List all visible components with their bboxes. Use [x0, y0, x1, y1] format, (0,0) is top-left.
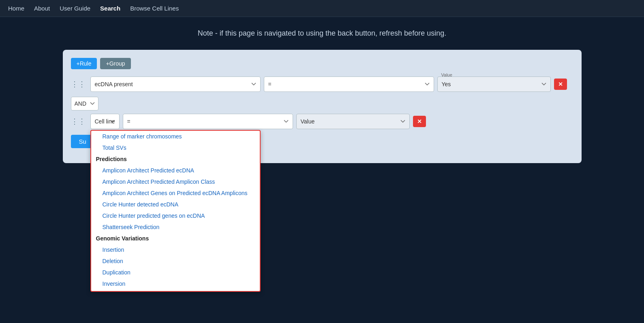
add-rule-button[interactable]: +Rule — [71, 58, 97, 69]
rule1-field-select[interactable]: ecDNA present — [90, 76, 261, 92]
nav-home[interactable]: Home — [8, 5, 24, 12]
dropdown-item-deletion[interactable]: Deletion — [91, 255, 260, 267]
rule1-delete-button[interactable]: ✕ — [554, 79, 567, 90]
nav-browse-cell-lines[interactable]: Browse Cell Lines — [130, 5, 179, 12]
page-content: Note - if this page is navigated to usin… — [0, 17, 644, 171]
nav-search[interactable]: Search — [100, 5, 120, 12]
dropdown-item-ch-genes[interactable]: Circle Hunter predicted genes on ecDNA — [91, 210, 260, 221]
rule2-field-dropdown-container: Cell line Range of marker chromosomes To… — [90, 114, 120, 129]
dropdown-item-translocation[interactable]: Translocation — [91, 289, 260, 291]
rule-row-1: ⋮⋮ ecDNA present = Value Yes ✕ — [71, 76, 573, 92]
and-connector: AND — [71, 97, 573, 110]
rule1-value-select[interactable]: Yes — [437, 76, 551, 92]
note-text: Note - if this page is navigated to usin… — [198, 29, 446, 38]
rule2-delete-button[interactable]: ✕ — [413, 116, 426, 127]
add-group-button[interactable]: +Group — [100, 58, 131, 69]
query-builder: +Rule +Group ⋮⋮ ecDNA present = Value Ye… — [63, 50, 582, 163]
rule1-value-wrapper: Value Yes — [437, 76, 551, 92]
dropdown-item-insertion[interactable]: Insertion — [91, 244, 260, 255]
dropdown-item-duplication[interactable]: Duplication — [91, 267, 260, 278]
rule2-op-select[interactable]: = — [123, 114, 293, 129]
dropdown-group-predictions: Predictions — [91, 153, 260, 165]
dropdown-item-range-marker[interactable]: Range of marker chromosomes — [91, 131, 260, 142]
dropdown-item-aa-genes[interactable]: Amplicon Architect Genes on Predicted ec… — [91, 187, 260, 199]
rule2-value-wrapper: Value — [296, 114, 410, 129]
dropdown-inner: Range of marker chromosomes Total SVs Pr… — [91, 131, 260, 291]
drag-handle-2[interactable]: ⋮⋮ — [71, 117, 86, 126]
rule2-value-select[interactable]: Value — [296, 114, 410, 129]
dropdown-item-aa-amplicon-class[interactable]: Amplicon Architect Predicted Amplicon Cl… — [91, 176, 260, 187]
dropdown-item-shatterseek[interactable]: Shatterseek Prediction — [91, 221, 260, 233]
rule2-field-dropdown-list: Range of marker chromosomes Total SVs Pr… — [90, 130, 261, 292]
dropdown-item-inversion[interactable]: Inversion — [91, 278, 260, 289]
connector-select[interactable]: AND — [71, 97, 98, 110]
rule1-op-select[interactable]: = — [264, 76, 434, 92]
rule2-field-select[interactable]: Cell line — [90, 114, 120, 129]
nav-user-guide[interactable]: User Guide — [60, 5, 90, 12]
rule1-value-label: Value — [441, 72, 452, 77]
navbar: Home About User Guide Search Browse Cell… — [0, 0, 644, 17]
dropdown-group-genomic-variations: Genomic Variations — [91, 233, 260, 244]
dropdown-item-total-svs[interactable]: Total SVs — [91, 142, 260, 153]
nav-about[interactable]: About — [34, 5, 50, 12]
dropdown-item-aa-ecdna[interactable]: Amplicon Architect Predicted ecDNA — [91, 165, 260, 176]
dropdown-item-ch-ecdna[interactable]: Circle Hunter detected ecDNA — [91, 199, 260, 210]
builder-button-group: +Rule +Group — [71, 58, 573, 69]
rule-row-2: ⋮⋮ Cell line Range of marker chromosomes… — [71, 114, 573, 129]
drag-handle-1[interactable]: ⋮⋮ — [71, 80, 86, 89]
